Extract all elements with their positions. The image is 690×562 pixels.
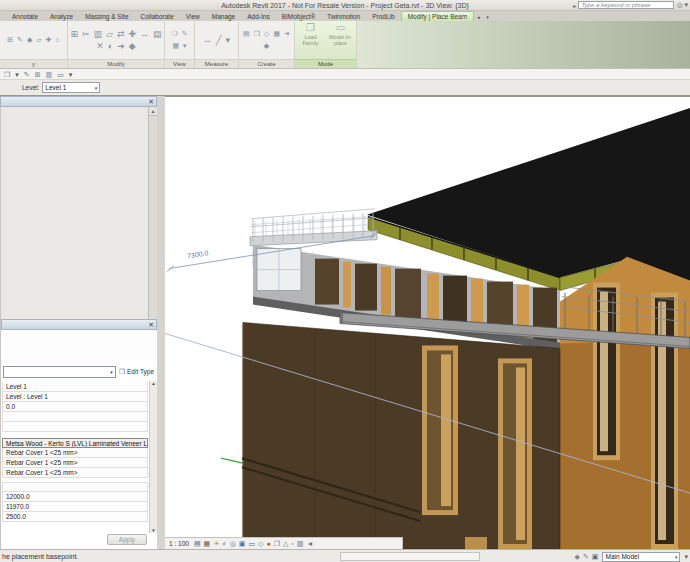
- ribbon-tab[interactable]: Add-Ins: [241, 12, 275, 21]
- crop-view-icon[interactable]: ▣: [239, 539, 246, 548]
- tab-caret-icon[interactable]: ▾: [483, 14, 492, 21]
- ribbon-tool-icon[interactable]: ✂: [82, 29, 90, 39]
- scroll-down-icon[interactable]: ▼: [151, 528, 155, 533]
- close-icon[interactable]: ✕: [148, 98, 154, 105]
- grid-icon[interactable]: ⊞: [35, 70, 41, 79]
- property-row[interactable]: Level : Level 1: [2, 392, 148, 402]
- search-icon[interactable]: ◎: [676, 1, 682, 9]
- ribbon-tool-icon[interactable]: ✚: [46, 35, 52, 45]
- analytical-model-icon[interactable]: △: [283, 539, 288, 548]
- property-row[interactable]: [2, 422, 148, 432]
- draw-icon[interactable]: ✎: [24, 70, 30, 79]
- edit-type-button[interactable]: ❐ Edit Type: [118, 368, 155, 376]
- right-wall-window[interactable]: [651, 293, 678, 549]
- shadows-icon[interactable]: ◐: [222, 539, 226, 548]
- box-icon[interactable]: ▭: [57, 70, 64, 79]
- search-expand-icon[interactable]: ▸: [573, 2, 576, 9]
- temporary-hide-isolate-icon[interactable]: ◇: [258, 539, 263, 548]
- design-option-combo[interactable]: Main Model ▾: [602, 552, 680, 562]
- ribbon-tool-icon[interactable]: ✕: [96, 41, 104, 51]
- ribbon-tab[interactable]: Manage: [206, 12, 242, 21]
- scrollbar[interactable]: ▲: [148, 107, 157, 319]
- ribbon-tool-icon[interactable]: ▱: [106, 29, 113, 39]
- property-row[interactable]: Metsa Wood - Kerto S (LVL) Laminated Ven…: [2, 438, 148, 448]
- ribbon-tool-icon[interactable]: ⊞: [70, 29, 78, 39]
- panel-icon[interactable]: ▥: [46, 70, 53, 79]
- pane-resize-handle[interactable]: [157, 96, 165, 549]
- scrollbar[interactable]: ▲ ▼: [149, 381, 157, 533]
- help-search-input[interactable]: [578, 1, 674, 9]
- ribbon-tool-icon[interactable]: ➜: [117, 41, 125, 51]
- ribbon-tab[interactable]: Annotate: [6, 12, 44, 21]
- ribbon-tool-icon[interactable]: ◆: [27, 35, 32, 45]
- ribbon-tool-icon[interactable]: ⊞: [7, 35, 13, 45]
- ribbon-tool-icon[interactable]: ◆: [129, 41, 136, 51]
- dropdown-icon[interactable]: ▾: [69, 70, 73, 79]
- property-row[interactable]: [2, 482, 148, 492]
- ribbon-tab[interactable]: Twinmotion: [321, 12, 366, 21]
- load-family-button[interactable]: ❐ Load Family: [297, 22, 324, 58]
- ribbon-tool-icon[interactable]: ▦: [273, 29, 280, 39]
- ribbon-tool-icon[interactable]: ▦: [172, 41, 179, 51]
- ribbon-tool-icon[interactable]: ⌂: [56, 35, 60, 45]
- ribbon-tool-icon[interactable]: ▥: [94, 29, 103, 39]
- door-opening[interactable]: [465, 537, 487, 549]
- temporary-view-properties-icon[interactable]: ❐: [274, 539, 280, 548]
- render-icon[interactable]: ◎: [230, 539, 236, 548]
- front-wall-window[interactable]: [498, 358, 532, 549]
- ribbon-tab-active[interactable]: Modify | Place Beam: [401, 11, 475, 21]
- ribbon-tool-icon[interactable]: ❐: [254, 29, 260, 39]
- apply-button[interactable]: Apply: [107, 534, 147, 545]
- property-row[interactable]: 2500.0: [2, 512, 148, 522]
- ribbon-tool-icon[interactable]: ▤: [153, 29, 162, 39]
- ribbon-tab[interactable]: Analyze: [44, 12, 79, 21]
- worksets-icon[interactable]: ◆: [575, 552, 580, 561]
- property-row[interactable]: Level 1: [2, 382, 148, 392]
- level-combo[interactable]: Level 1 ▾: [42, 82, 100, 93]
- modify-arrow-icon[interactable]: ❐: [4, 70, 10, 79]
- ribbon-tool-icon[interactable]: ⇄: [117, 29, 125, 39]
- type-selector[interactable]: ▾: [3, 366, 116, 378]
- search-dropdown-icon[interactable]: ▾: [684, 1, 688, 9]
- visual-style-icon[interactable]: ▦: [204, 539, 211, 548]
- ribbon-tab[interactable]: Massing & Site: [79, 12, 134, 21]
- ribbon-tool-icon[interactable]: ✎: [17, 35, 23, 45]
- ribbon-tool-icon[interactable]: ▾: [225, 35, 230, 45]
- property-row[interactable]: Rebar Cover 1 <25 mm>: [2, 458, 148, 468]
- expand-icon[interactable]: ◄: [306, 539, 313, 548]
- right-wall-window[interactable]: [593, 283, 620, 461]
- scale-button[interactable]: 1 : 100: [169, 540, 189, 547]
- ribbon-tab[interactable]: Collaborate: [135, 12, 180, 21]
- ribbon-tool-icon[interactable]: ❍: [171, 29, 177, 39]
- scroll-up-icon[interactable]: ▲: [151, 381, 155, 386]
- ribbon-tab[interactable]: ProdLib: [366, 12, 400, 21]
- scroll-up-icon[interactable]: ▲: [149, 107, 157, 116]
- ribbon-tool-icon[interactable]: ↔: [140, 29, 149, 39]
- sun-path-icon[interactable]: ☀: [213, 539, 219, 548]
- crop-region-visible-icon[interactable]: ▭: [248, 539, 255, 548]
- ribbon-tool-icon[interactable]: ▾: [183, 41, 187, 51]
- constraints-icon[interactable]: ▫: [291, 539, 293, 548]
- reveal-hidden-elements-icon[interactable]: ●: [266, 539, 270, 548]
- design-options-icon[interactable]: ▣: [592, 552, 599, 561]
- property-row[interactable]: 11970.0: [2, 502, 148, 512]
- ribbon-tool-icon[interactable]: ↔: [203, 35, 212, 45]
- 3d-view[interactable]: 7300.0: [165, 97, 690, 549]
- palette-header[interactable]: ✕: [0, 96, 157, 107]
- ribbon-tool-icon[interactable]: ◇: [264, 29, 269, 39]
- property-row[interactable]: [2, 412, 148, 422]
- detail-level-icon[interactable]: ▤: [194, 539, 201, 548]
- property-row[interactable]: 0.0: [2, 402, 148, 412]
- roof-slab[interactable]: [367, 108, 690, 283]
- property-row[interactable]: Rebar Cover 1 <25 mm>: [2, 448, 148, 458]
- ribbon-tool-icon[interactable]: ◆: [264, 41, 269, 51]
- properties-header[interactable]: ✕: [1, 319, 157, 330]
- editable-only-icon[interactable]: ✎: [583, 552, 589, 561]
- tab-state-icon[interactable]: ●: [474, 14, 483, 21]
- ribbon-tool-icon[interactable]: ╱: [216, 35, 221, 45]
- ribbon-tool-icon[interactable]: ◐: [108, 41, 113, 51]
- select-filter-icon[interactable]: ▾: [684, 552, 688, 561]
- property-row[interactable]: 12000.0: [2, 492, 148, 502]
- model-inplace-button[interactable]: ▭ Model In-place: [327, 22, 354, 58]
- worksharing-display-icon[interactable]: ▥: [297, 539, 304, 548]
